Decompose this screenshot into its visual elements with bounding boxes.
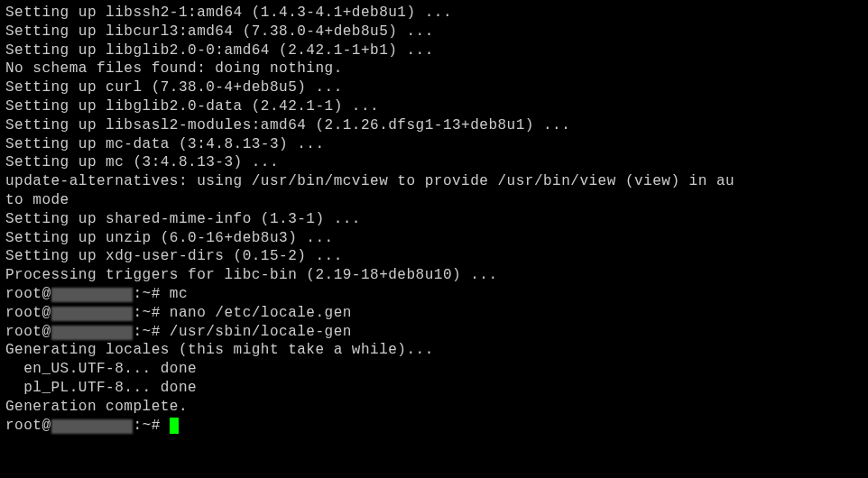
command-text: /usr/sbin/locale-gen — [170, 324, 352, 340]
prompt-suffix: :~# — [133, 418, 169, 434]
output-line: Setting up mc-data (3:4.8.13-3) ... — [5, 135, 863, 154]
prompt-suffix: :~# — [133, 305, 169, 321]
output-line: Setting up libglib2.0-0:amd64 (2.42.1-1+… — [5, 41, 863, 60]
prompt-line-active[interactable]: root@XXXXXXXXX:~# — [5, 417, 863, 436]
prompt-line: root@XXXXXXXXX:~# nano /etc/locale.gen — [5, 304, 863, 323]
prompt-suffix: :~# — [133, 324, 169, 340]
output-line: Generating locales (this might take a wh… — [5, 341, 863, 360]
command-text: nano /etc/locale.gen — [170, 305, 352, 321]
prompt-line: root@XXXXXXXXX:~# /usr/sbin/locale-gen — [5, 323, 863, 342]
terminal-output: Setting up libssh2-1:amd64 (1.4.3-4.1+de… — [5, 4, 863, 435]
output-line: to mode — [5, 191, 863, 210]
redacted-hostname: XXXXXXXXX — [51, 326, 134, 340]
redacted-hostname: XXXXXXXXX — [51, 419, 134, 434]
output-line: en_US.UTF-8... done — [5, 360, 863, 379]
prompt-user: root@ — [5, 324, 51, 340]
output-line: Setting up libsasl2-modules:amd64 (2.1.2… — [5, 116, 863, 135]
prompt-suffix: :~# — [133, 286, 169, 302]
output-line: Setting up libglib2.0-data (2.42.1-1) ..… — [5, 97, 863, 116]
prompt-user: root@ — [5, 286, 51, 302]
prompt-user: root@ — [5, 418, 51, 434]
output-line: Setting up shared-mime-info (1.3-1) ... — [5, 210, 863, 229]
command-text: mc — [170, 286, 188, 302]
output-line: update-alternatives: using /usr/bin/mcvi… — [5, 172, 863, 191]
output-line: Processing triggers for libc-bin (2.19-1… — [5, 266, 863, 285]
cursor-icon — [170, 418, 179, 434]
output-line: Setting up unzip (6.0-16+deb8u3) ... — [5, 229, 863, 248]
output-line: pl_PL.UTF-8... done — [5, 379, 863, 398]
output-line: No schema files found: doing nothing. — [5, 60, 863, 78]
output-line: Setting up mc (3:4.8.13-3) ... — [5, 153, 863, 172]
prompt-line: root@XXXXXXXXX:~# mc — [5, 285, 863, 304]
output-line: Setting up libcurl3:amd64 (7.38.0-4+deb8… — [5, 23, 863, 41]
prompt-user: root@ — [5, 305, 51, 321]
output-line: Generation complete. — [5, 398, 863, 417]
output-line: Setting up curl (7.38.0-4+deb8u5) ... — [5, 78, 863, 97]
redacted-hostname: XXXXXXXXX — [51, 288, 134, 302]
redacted-hostname: XXXXXXXXX — [51, 307, 134, 321]
output-line: Setting up xdg-user-dirs (0.15-2) ... — [5, 247, 863, 266]
output-line: Setting up libssh2-1:amd64 (1.4.3-4.1+de… — [5, 4, 863, 23]
